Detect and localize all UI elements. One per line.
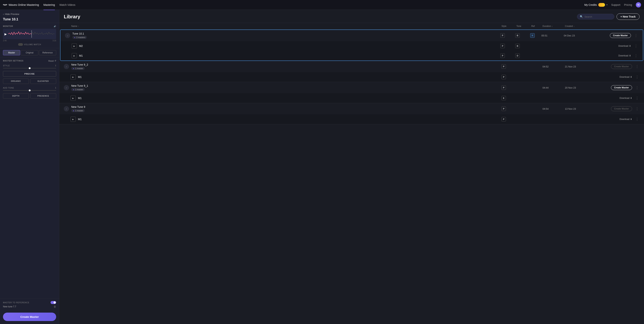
style-info-icon[interactable]: ℹ [55,64,56,67]
create-master-btn-newtune92[interactable]: Create Master [611,64,632,69]
style-slider[interactable] [3,68,56,68]
tone-depth[interactable]: DEPTH [3,93,29,99]
more-icon-m1-tune10[interactable]: ⋮ [634,54,638,58]
reset-label: Reset [48,60,54,62]
app-name: Waves Online Mastering [8,3,39,6]
time-end: 3:16 [52,40,56,42]
style-badge-newtune9: P [502,106,506,111]
more-icon-newtune91[interactable]: ⋮ [635,86,640,90]
track-row-newtune9-m1[interactable]: ▶ M1 P Download ⬇ [59,114,644,124]
play-button-m1-tune10[interactable]: ▶ [72,53,77,58]
play-button-newtune92-m1[interactable]: ▶ [70,74,76,80]
tab-original[interactable]: Original [21,50,38,55]
style-badge-newtune91: P [502,85,506,90]
play-button-m2[interactable]: ▶ [72,43,77,49]
more-icon-newtune9[interactable]: ⋮ [635,107,640,111]
more-icon-tune10[interactable]: ⋮ [634,34,638,38]
duration-newtune9: 04:54 [542,107,565,110]
more-icon-newtune92-m1[interactable]: ⋮ [635,75,640,79]
track-icon-newtune9: ♪ [64,106,69,111]
volume-match-toggle[interactable] [18,43,23,46]
th-style[interactable]: Style [502,25,516,28]
more-newtune9-m1: ⋮ [632,117,640,121]
tab-master[interactable]: Master [3,50,20,55]
my-credits-button[interactable]: My Credits ▾ [584,3,608,7]
track-row-newtune91-m1[interactable]: ▶ M1 E Download ⬇ [59,93,644,103]
tone-presence[interactable]: PRESENCE [30,93,56,99]
track-row-tune10-m2[interactable]: ▶ M2 P B Download [60,41,643,51]
credits-toggle[interactable] [598,3,605,7]
more-icon-newtune92[interactable]: ⋮ [635,64,640,69]
track-row-newtune92[interactable]: ♪ New Tune 9_2 ▲ 1 master P 04:52 21 [59,61,644,72]
style-cell-newtune9-m1: P [502,117,516,121]
tone-cell-m1-tune10: D [515,53,530,58]
ref-header: MASTER TO REFERENCE [3,301,56,304]
download-btn-newtune92-m1[interactable]: Download ⬇ [620,76,632,78]
tone-slider-thumb[interactable] [29,89,30,91]
more-icon-newtune9-m1[interactable]: ⋮ [635,117,640,121]
ref-track-name: New tune 7.7 [3,305,16,308]
actions-m2: Download ⬇ [594,45,631,47]
waveform-container: ▶ [3,29,56,39]
masters-badge-newtune92: ▲ 1 master [71,67,85,70]
style-precise-badge[interactable]: PRECISE [3,71,56,77]
more-icon-m2[interactable]: ⋮ [634,44,638,48]
duration-newtune92: 04:52 [542,65,565,68]
more-icon-newtune91-m1[interactable]: ⋮ [635,96,640,100]
nav-mastering[interactable]: Mastering [44,3,55,7]
style-slider-row: STYLE ℹ [3,64,56,68]
style-cell-tune10: P [500,33,515,38]
more-newtune92-m1: ⋮ [632,75,640,79]
th-duration[interactable]: Duration ↕ [542,25,565,28]
play-button-newtune9-m1[interactable]: ▶ [70,117,76,122]
master-to-ref-toggle[interactable] [50,301,56,304]
th-created[interactable]: Created ↓ [565,25,595,28]
style-cell-newtune91-m1: E [502,96,516,100]
th-name[interactable]: Name ↑ [71,25,502,28]
topnav-right: My Credits ▾ Support Pricing IS [584,2,641,8]
nav-watch-videos[interactable]: Watch Videos [59,3,75,7]
tone-slider[interactable] [3,90,56,91]
th-ref[interactable]: Ref [531,25,542,28]
masters-arrow-icon-newtune9: ▲ [73,110,74,112]
create-master-btn-newtune91[interactable]: Create Master [611,85,632,90]
style-elevated[interactable]: ELEVATED [30,78,56,84]
search-input[interactable] [584,15,612,18]
play-button-newtune91-m1[interactable]: ▶ [70,95,76,101]
track-row-newtune91[interactable]: ♪ New Tune 9_1 ▲ 1 master P 04:44 20 [59,82,644,93]
track-row-tune10-m1[interactable]: ▶ M1 P D Download [60,51,643,61]
user-avatar[interactable]: IS [636,2,641,8]
tab-reference[interactable]: Reference [39,50,56,55]
tone-cell-tune10: B [515,33,530,38]
style-organic[interactable]: ORGANIC [3,78,29,84]
th-tone[interactable]: Tone [516,25,531,28]
track-group-newtune91: ♪ New Tune 9_1 ▲ 1 master P 04:44 20 [59,82,644,103]
support-link[interactable]: Support [611,3,620,6]
style-cell-newtune91: P [502,85,516,90]
track-name-newtune92-m1: M1 [78,75,502,78]
new-track-button[interactable]: + New Track [616,14,640,20]
reset-button[interactable]: Reset ↺ [48,60,56,62]
track-row-tune10[interactable]: ♪ Tune 10.1 ▲ 2 masters P B [60,30,643,41]
download-btn-m2[interactable]: Download ⬇ [618,45,631,47]
masters-badge-newtune9: ▲ 1 master [71,109,85,112]
track-row-newtune92-m1[interactable]: ▶ M1 P Download ⬇ [59,72,644,82]
hide-preview-button[interactable]: ‹ Hide Preview [3,13,56,16]
download-btn-newtune91-m1[interactable]: Download ⬇ [620,97,632,99]
download-btn-m1-tune10[interactable]: Download ⬇ [618,54,631,57]
delete-ref-icon[interactable]: 🗑 [54,305,56,308]
create-master-btn-newtune9[interactable]: Create Master [611,106,632,111]
pricing-link[interactable]: Pricing [624,3,632,6]
style-badge-newtune92-m1: P [502,75,506,79]
track-row-newtune9[interactable]: ♪ New Tune 9 ▲ 1 master P 04:54 13 N [59,103,644,114]
create-master-btn-tune10[interactable]: Create Master [610,33,631,38]
volume-icon[interactable]: 🔊 [54,25,56,27]
download-icon-m2: ⬇ [629,45,631,47]
create-master-sidebar-button[interactable]: Create Master [3,312,56,321]
ref-section: MASTER TO REFERENCE New tune 7.7 🗑 [0,299,59,310]
tone-info-icon[interactable]: ℹ [55,87,56,89]
style-slider-thumb[interactable] [29,67,30,69]
track-group-newtune92: ♪ New Tune 9_2 ▲ 1 master P 04:52 21 [59,61,644,82]
waveform-play-button[interactable]: ▶ [4,32,7,36]
download-btn-newtune9-m1[interactable]: Download ⬇ [620,118,632,120]
